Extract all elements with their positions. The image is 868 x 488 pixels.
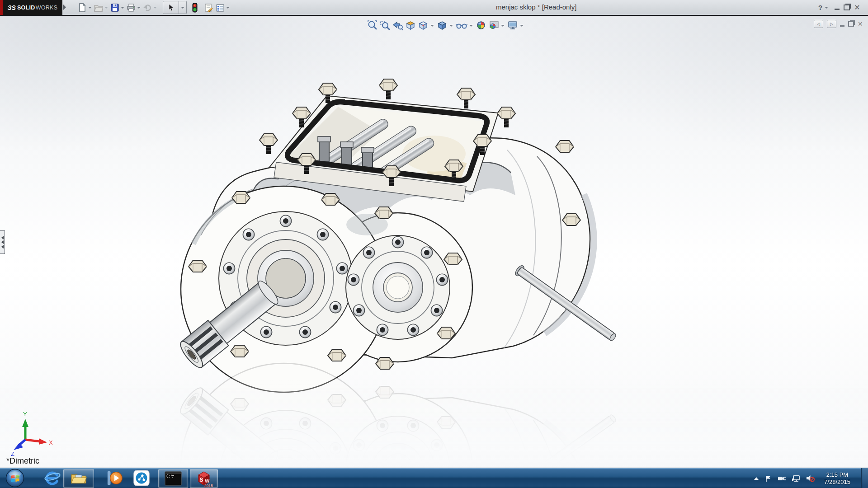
display-style-icon[interactable] <box>437 19 448 32</box>
title-bar: ЗS SOLID WORKS menjac <box>0 0 868 16</box>
sw-letter-w: W <box>205 478 210 483</box>
file-properties-icon[interactable] <box>204 1 213 14</box>
reference-triad: Y X Z <box>7 409 57 459</box>
save-icon[interactable] <box>110 1 119 14</box>
print-icon[interactable] <box>127 1 136 14</box>
power-plug-icon[interactable] <box>778 475 786 482</box>
solidworks-2015-icon: S W 2015 <box>195 469 213 488</box>
sw-year: 2015 <box>204 483 213 488</box>
action-center-flag-icon[interactable] <box>764 475 772 482</box>
collapse-pane-right-button[interactable]: ▷ <box>827 20 836 28</box>
media-player-icon[interactable] <box>104 469 126 487</box>
window-title: menjac sklop * [Read-only] <box>496 3 576 11</box>
help-dropdown[interactable] <box>825 7 828 9</box>
triad-y-label: Y <box>23 411 27 418</box>
select-tool-button[interactable] <box>163 1 179 14</box>
display-style-dropdown[interactable] <box>449 25 453 27</box>
show-hidden-icons-button[interactable] <box>754 477 759 480</box>
print-dropdown[interactable] <box>137 7 141 9</box>
network-icon[interactable] <box>792 475 800 482</box>
triad-x-label: X <box>49 439 53 446</box>
show-desktop-button[interactable] <box>861 468 868 488</box>
windows-explorer-button[interactable] <box>63 469 94 488</box>
folder-icon <box>70 470 88 487</box>
triad-z-label: Z <box>11 450 14 457</box>
select-cursor-icon <box>167 4 175 12</box>
zoom-to-fit-icon[interactable] <box>367 19 378 32</box>
heads-up-view-toolbar <box>367 19 524 32</box>
hide-show-items-icon[interactable] <box>456 19 467 32</box>
section-view-icon[interactable] <box>405 19 416 32</box>
sw-letter-s: S <box>200 477 203 483</box>
logo-text-light: WORKS <box>36 5 58 11</box>
undo-dropdown[interactable] <box>153 7 157 9</box>
apply-scene-icon[interactable] <box>488 19 499 32</box>
command-prompt-button[interactable]: C:\ <box>158 469 188 488</box>
document-window-controls: ◁ ▷ ✕ <box>814 20 863 28</box>
collapse-arrow-icon <box>1 240 4 244</box>
share-app-icon[interactable] <box>130 469 153 487</box>
previous-view-icon[interactable] <box>392 19 403 32</box>
new-dropdown[interactable] <box>88 7 92 9</box>
select-tool-dropdown[interactable] <box>179 1 187 14</box>
collapse-arrow-icon <box>1 245 4 249</box>
view-settings-icon[interactable] <box>507 19 518 32</box>
view-orientation-icon[interactable] <box>418 19 429 32</box>
undo-icon[interactable] <box>143 1 152 14</box>
windows-start-orb-icon <box>5 469 24 488</box>
window-controls: ? ✕ <box>818 0 860 15</box>
gearbox-model <box>177 79 618 392</box>
solidworks-logo: ЗS SOLID WORKS <box>3 0 62 15</box>
start-button[interactable] <box>5 469 25 487</box>
collapse-pane-left-button[interactable]: ◁ <box>814 20 823 28</box>
standard-toolbar <box>78 0 232 15</box>
internet-explorer-icon[interactable] <box>42 469 63 487</box>
system-tray <box>754 468 815 488</box>
rebuild-traffic-light-icon[interactable] <box>191 1 198 14</box>
options-icon[interactable] <box>216 1 225 14</box>
windows-taskbar: C:\ S W 2015 <box>0 468 868 488</box>
taskbar-clock[interactable]: 2:15 PM 7/28/2015 <box>816 469 858 488</box>
options-dropdown[interactable] <box>226 7 230 9</box>
view-orientation-dropdown[interactable] <box>430 25 434 27</box>
open-icon[interactable] <box>94 1 103 14</box>
restore-button[interactable] <box>844 5 850 10</box>
logo-text-bold: SOLID <box>17 5 35 11</box>
tray-time: 2:15 PM <box>826 471 848 479</box>
viewport-3d-canvas[interactable] <box>0 0 868 488</box>
hide-show-items-dropdown[interactable] <box>469 25 473 27</box>
new-document-icon[interactable] <box>78 1 87 14</box>
volume-muted-icon[interactable] <box>806 474 815 482</box>
menu-flyout-arrow-icon[interactable] <box>63 5 66 10</box>
edit-appearance-icon[interactable] <box>476 19 486 32</box>
solidworks-window: ◁ ▷ ✕ *Dimetric Y X Z ЗS SOLID WORKS <box>0 0 868 488</box>
collapse-arrow-icon <box>1 236 4 239</box>
close-button[interactable]: ✕ <box>854 3 860 12</box>
document-minimize-button[interactable] <box>840 25 844 27</box>
feature-manager-collapsed-tab[interactable] <box>0 230 5 254</box>
logo-mark: ЗS <box>8 4 16 11</box>
save-dropdown[interactable] <box>121 7 124 9</box>
help-button[interactable]: ? <box>818 4 822 11</box>
apply-scene-dropdown[interactable] <box>501 25 505 27</box>
cmd-prompt-text: C:\ <box>166 474 173 479</box>
open-dropdown[interactable] <box>104 7 108 9</box>
tray-date: 7/28/2015 <box>824 479 850 486</box>
document-restore-button[interactable] <box>848 21 854 27</box>
zoom-to-area-icon[interactable] <box>380 19 391 32</box>
minimize-button[interactable] <box>835 9 840 10</box>
view-settings-dropdown[interactable] <box>520 25 524 27</box>
command-prompt-icon: C:\ <box>164 471 182 486</box>
document-close-button[interactable]: ✕ <box>858 20 863 28</box>
solidworks-taskbar-button[interactable]: S W 2015 <box>190 469 218 488</box>
